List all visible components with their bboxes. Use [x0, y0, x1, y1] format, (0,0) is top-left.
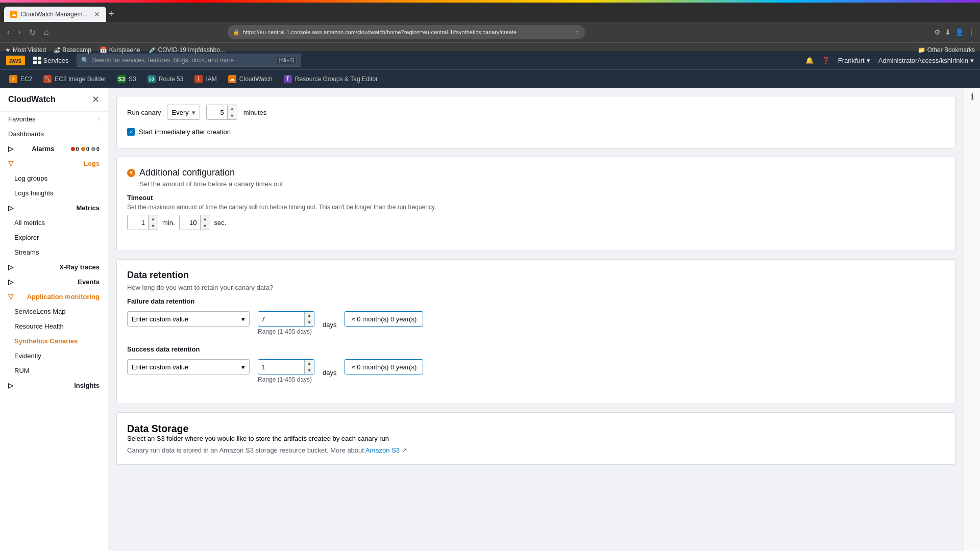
chevron-down-icon: ▽	[8, 160, 13, 167]
aws-header-right: 🔔 ❓ Frankfurt ▾ AdministratorAccess/kshi…	[805, 57, 974, 64]
folder-icon: 📁	[918, 46, 925, 54]
start-immediately-checkbox[interactable]: ✓	[127, 128, 135, 136]
bookmark-covid[interactable]: 💉 COVID-19 Impfdashbo...	[149, 46, 225, 54]
bookmark-most-visited[interactable]: ★ Most Visited	[5, 46, 46, 54]
timeout-min-spinner: ▲ ▼	[148, 215, 158, 230]
spin-success-up-button[interactable]: ▲	[305, 360, 314, 367]
service-tab-resource-groups[interactable]: T Resource Groups & Tag Editor	[279, 71, 383, 87]
timeout-sec-input[interactable]: ▲ ▼	[179, 215, 210, 230]
spin-failure-down-button[interactable]: ▼	[305, 319, 314, 326]
spin-down-button[interactable]: ▼	[228, 112, 237, 119]
sidebar-item-servicelens[interactable]: ServiceLens Map	[0, 304, 108, 319]
info-icon[interactable]: ℹ	[971, 92, 974, 102]
red-dot	[71, 147, 75, 151]
failure-months-badge: ≈ 0 month(s) 0 year(s)	[345, 311, 423, 327]
spin-failure-up-button[interactable]: ▲	[305, 312, 314, 319]
failure-days-label: days	[323, 321, 336, 329]
success-days-input[interactable]: ▲ ▼	[258, 359, 314, 374]
sidebar-item-metrics[interactable]: ▷ Metrics	[0, 201, 108, 215]
help-icon[interactable]: ❓	[822, 57, 830, 64]
service-tab-route53[interactable]: 53 Route 53	[142, 71, 189, 87]
spin-sec-down-button[interactable]: ▼	[201, 222, 210, 230]
services-menu[interactable]: Services	[33, 57, 69, 64]
reload-button[interactable]: ↻	[27, 26, 38, 39]
download-icon[interactable]: ⬇	[945, 28, 951, 36]
notifications-icon[interactable]: 🔔	[805, 57, 814, 64]
forward-button[interactable]: ›	[16, 26, 22, 39]
sidebar-item-synthetics-canaries[interactable]: Synthetics Canaries	[0, 334, 108, 348]
service-tab-cloudwatch[interactable]: ☁ CloudWatch	[223, 71, 278, 87]
sidebar-item-events[interactable]: ▷ Events	[0, 274, 108, 289]
bookmark-other[interactable]: 📁 Other Bookmarks	[918, 46, 975, 54]
timeout-min-input[interactable]: ▲ ▼	[127, 215, 158, 230]
sidebar-item-xray[interactable]: ▷ X-Ray traces	[0, 260, 108, 274]
sidebar-item-logs-insights[interactable]: Logs Insights	[0, 186, 108, 201]
sidebar-item-log-groups[interactable]: Log groups	[0, 171, 108, 186]
aws-logo[interactable]: aws	[6, 56, 25, 65]
failure-days-field[interactable]	[258, 312, 304, 326]
data-retention-card: Data retention How long do you want to r…	[116, 259, 955, 404]
extensions-icon[interactable]: ⚙	[934, 28, 941, 36]
timeout-inputs: ▲ ▼ min. ▲ ▼ sec.	[127, 215, 945, 230]
sidebar-title: CloudWatch	[8, 95, 56, 104]
service-tab-ec2-image-builder[interactable]: 🔧 EC2 Image Builder	[38, 71, 111, 87]
collapse-icon: ▷	[8, 145, 13, 153]
failure-retention-select[interactable]: Enter custom value ▾	[127, 311, 250, 327]
every-value-field[interactable]	[207, 105, 227, 119]
sidebar-item-evidently[interactable]: Evidently	[0, 348, 108, 363]
config-toggle-button[interactable]: ▼	[127, 169, 135, 177]
spin-success-down-button[interactable]: ▼	[305, 367, 314, 374]
sidebar-item-alarms[interactable]: ▷ Alarms 0 0 0	[0, 141, 108, 156]
spin-sec-up-button[interactable]: ▲	[201, 215, 210, 222]
sidebar-item-app-monitoring[interactable]: ▽ Application monitoring	[0, 289, 108, 304]
timeout-sec-field[interactable]	[180, 215, 200, 230]
every-value-input[interactable]: ▲ ▼	[206, 105, 237, 120]
sidebar-close-button[interactable]: ✕	[92, 94, 100, 105]
most-visited-icon: ★	[5, 46, 11, 54]
region-selector[interactable]: Frankfurt ▾	[838, 57, 870, 64]
sidebar-item-favorites[interactable]: Favorites ›	[0, 112, 108, 127]
url-bar[interactable]: 🔒 https://eu-central-1.console.aws.amazo…	[228, 25, 585, 39]
bookmark-icon[interactable]: ☆	[574, 29, 580, 36]
spin-min-down-button[interactable]: ▼	[149, 222, 158, 230]
spin-up-button[interactable]: ▲	[228, 105, 237, 112]
additional-config-card: ▼ Additional configuration Set the amoun…	[116, 157, 955, 251]
failure-retention-row: Enter custom value ▾ ▲ ▼ Range (1-45	[127, 311, 945, 335]
amazon-s3-link[interactable]: Amazon S3	[365, 446, 400, 454]
bookmark-kursplaene[interactable]: 📅 Kursplaene	[100, 46, 140, 54]
sidebar-item-explorer[interactable]: Explorer	[0, 230, 108, 245]
bookmark-basecamp[interactable]: 🏕 Basecamp	[54, 46, 91, 54]
alarm-badge-red: 0	[71, 146, 79, 152]
service-tab-iam[interactable]: I IAM	[189, 71, 222, 87]
service-tab-ec2[interactable]: ⚡ EC2	[4, 71, 37, 87]
sidebar-item-rum[interactable]: RUM	[0, 363, 108, 378]
home-button[interactable]: ⌂	[42, 26, 51, 39]
sidebar-item-logs[interactable]: ▽ Logs	[0, 156, 108, 171]
sidebar-item-streams[interactable]: Streams	[0, 245, 108, 260]
alarms-badges: 0 0 0	[71, 146, 100, 152]
new-tab-button[interactable]: +	[108, 8, 114, 20]
sidebar-item-resource-health[interactable]: Resource Health	[0, 319, 108, 334]
menu-icon[interactable]: ⋮	[968, 28, 975, 36]
timeout-min-field[interactable]	[128, 215, 148, 230]
run-canary-select[interactable]: Every ▾	[167, 105, 200, 120]
tab-close-button[interactable]: ✕	[94, 10, 100, 18]
profile-icon[interactable]: 👤	[955, 28, 964, 36]
browser-tab[interactable]: ☁ CloudWatch Managem... ✕	[4, 7, 106, 22]
tab-title: CloudWatch Managem...	[20, 11, 88, 18]
kursplaene-icon: 📅	[100, 46, 107, 54]
success-days-field[interactable]	[258, 360, 304, 374]
every-value-spinner: ▲ ▼	[227, 105, 237, 119]
sidebar-item-dashboards[interactable]: Dashboards	[0, 127, 108, 141]
sidebar-item-insights[interactable]: ▷ Insights	[0, 378, 108, 393]
service-tab-s3[interactable]: S3 S3	[112, 71, 141, 87]
route53-icon: 53	[148, 75, 156, 83]
user-menu[interactable]: AdministratorAccess/kshirinkin ▾	[878, 57, 974, 64]
success-retention-select[interactable]: Enter custom value ▾	[127, 359, 250, 374]
spin-min-up-button[interactable]: ▲	[149, 215, 158, 222]
back-button[interactable]: ‹	[5, 26, 12, 39]
failure-days-input[interactable]: ▲ ▼	[258, 311, 314, 327]
sidebar-item-all-metrics[interactable]: All metrics	[0, 215, 108, 230]
aws-search-bar[interactable]: 🔍 Search for services, features, blogs, …	[77, 54, 301, 67]
success-retention-row: Enter custom value ▾ ▲ ▼ Range (1-45	[127, 359, 945, 383]
